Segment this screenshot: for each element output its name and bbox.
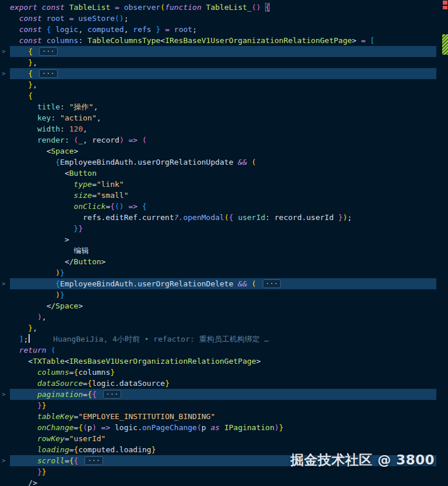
code-line[interactable]: 编辑 [0, 245, 448, 256]
code-token: ) [55, 290, 60, 299]
gutter [0, 212, 10, 223]
code-line[interactable]: )} [0, 267, 448, 278]
code-line-content: render: (_, record) => ( [10, 134, 436, 146]
code-token: : [265, 213, 274, 222]
code-line-content: onChange={(p) => logic.onPageChange(p as… [10, 422, 436, 433]
code-line[interactable]: onChange={(p) => logic.onPageChange(p as… [0, 422, 448, 433]
code-line-content: </Space> [10, 300, 436, 311]
code-line[interactable]: size="small" [0, 190, 448, 201]
code-line-content: }} [10, 223, 436, 234]
code-line[interactable]: ];HuangBeiJia, 4小时前 • refactor: 重构员工机构绑定… [0, 334, 448, 345]
code-area: export const TableList = observer(functi… [0, 0, 448, 486]
code-line[interactable]: const { logic, computed, refs } = root; [0, 24, 448, 35]
code-token [10, 301, 47, 310]
code-line[interactable]: columns={columns} [0, 367, 448, 378]
code-line[interactable]: </Button> [0, 256, 448, 267]
code-line[interactable]: </Space> [0, 300, 448, 311]
gutter [0, 378, 10, 389]
fold-chevron-icon[interactable]: > [0, 68, 10, 79]
folded-code-badge[interactable]: ··· [39, 47, 58, 56]
code-token [10, 158, 55, 166]
code-line[interactable]: > [0, 234, 448, 245]
code-token [10, 25, 19, 34]
code-line[interactable]: onClick={() => { [0, 201, 448, 212]
code-line-content: <Button [10, 168, 436, 179]
code-line[interactable]: refs.editRef.current?.openModal({ userId… [0, 212, 448, 223]
overview-ruler-scrollbar[interactable] [440, 0, 448, 486]
code-editor[interactable]: export const TableList = observer(functi… [0, 0, 448, 486]
code-line-content: { [10, 90, 436, 101]
code-token: } [37, 467, 42, 476]
code-line-content: tableKey="EMPLOYEE_INSTITUTION_BINDING" [10, 411, 436, 422]
code-token: ( [83, 423, 87, 432]
code-token: && [238, 279, 251, 288]
code-token: ( [252, 158, 256, 166]
code-line[interactable]: <Button [0, 168, 448, 179]
fold-chevron-icon[interactable]: > [0, 278, 10, 289]
code-line[interactable]: > {EmployeeBindAuth.userOrgRelationDelet… [0, 278, 448, 289]
folded-code-badge[interactable]: ··· [84, 456, 103, 465]
code-token: record.userId [274, 213, 334, 222]
code-token: = [83, 390, 87, 399]
code-line[interactable]: key: "action", [0, 112, 448, 123]
code-line[interactable]: }, [0, 322, 448, 334]
gutter [0, 201, 10, 212]
code-line[interactable]: width: 120, [0, 123, 448, 134]
code-line[interactable]: tableKey="EMPLOYEE_INSTITUTION_BINDING" [0, 411, 448, 422]
code-line[interactable]: > { ··· [0, 68, 448, 79]
code-line[interactable]: > { ··· [0, 46, 448, 57]
folded-code-badge[interactable]: ··· [103, 390, 122, 399]
code-token: ) [119, 136, 124, 144]
code-line[interactable]: <Space> [0, 146, 448, 157]
code-token: { [28, 91, 33, 100]
code-token: render [37, 136, 65, 144]
code-token: "操作" [69, 102, 94, 111]
code-line[interactable]: render: (_, record) => ( [0, 134, 448, 146]
code-line[interactable]: dataSource={logic.dataSource} [0, 378, 448, 389]
gutter [0, 400, 10, 411]
fold-chevron-icon[interactable]: > [0, 455, 10, 466]
code-token [10, 434, 37, 443]
code-line[interactable]: }} [0, 400, 448, 411]
code-token: ) [92, 423, 97, 432]
code-token: "action" [60, 113, 97, 122]
fold-chevron-icon[interactable]: > [0, 389, 10, 400]
gutter [0, 245, 10, 256]
code-token [10, 224, 74, 233]
code-line[interactable]: )} [0, 289, 448, 300]
gutter [0, 123, 10, 134]
code-token: } [42, 467, 47, 476]
code-line[interactable]: rowKey="userId" [0, 433, 448, 444]
folded-code-badge[interactable]: ··· [263, 279, 281, 288]
code-line[interactable]: const root = useStore(); [0, 13, 448, 24]
code-token [10, 58, 28, 67]
code-line[interactable]: title: "操作", [0, 101, 448, 112]
code-line[interactable]: > pagination={{ ··· [0, 389, 448, 400]
folded-code-badge[interactable]: ··· [39, 69, 58, 78]
code-line[interactable]: export const TableList = observer(functi… [0, 2, 448, 13]
code-token [10, 368, 37, 377]
code-token [10, 169, 65, 178]
code-token: && [238, 158, 251, 166]
code-token [10, 346, 19, 354]
code-token: < [65, 169, 69, 178]
code-line[interactable]: }, [0, 57, 448, 68]
code-line[interactable]: type="link" [0, 179, 448, 190]
code-line[interactable]: }, [0, 79, 448, 90]
code-token: const [19, 25, 47, 34]
code-line[interactable]: { [0, 90, 448, 101]
code-line[interactable]: const columns: TableColumnsType<IResBase… [0, 35, 448, 46]
code-token [10, 313, 37, 321]
code-token [10, 235, 65, 244]
code-line[interactable]: {EmployeeBindAuth.userOrgRelationUpdate … [0, 157, 448, 168]
code-line[interactable]: /> [0, 477, 448, 486]
fold-chevron-icon[interactable]: > [0, 46, 10, 57]
code-token: ; [23, 335, 28, 343]
code-line[interactable]: return ( [0, 345, 448, 356]
code-line[interactable]: }} [0, 223, 448, 234]
code-token [10, 324, 28, 332]
code-token: tableKey [37, 412, 74, 421]
code-line[interactable]: <TXTable<IResBaseV1UserOrganizationRelat… [0, 356, 448, 367]
code-line[interactable]: ), [0, 311, 448, 322]
code-token: IResBaseV1UserOrganizationRelationGetPag… [69, 357, 256, 366]
